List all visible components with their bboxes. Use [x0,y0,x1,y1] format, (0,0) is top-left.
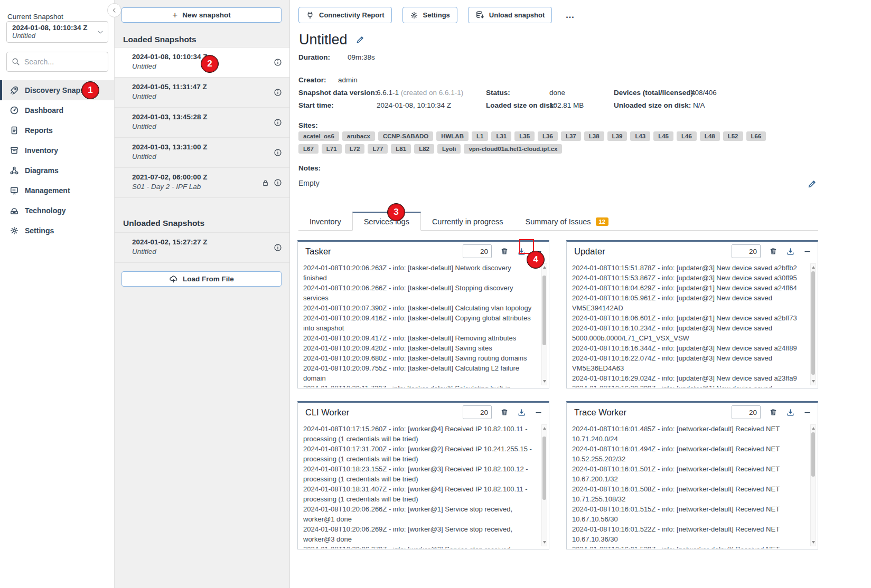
sidebar-item-label: Technology [25,206,66,215]
log-line: 2024-01-08T10:20:09.680Z - info: [tasker… [303,353,535,363]
site-tag: CCNP-SABADO [378,131,433,141]
network-nodes-icon [10,166,19,175]
trash-icon[interactable] [500,408,509,416]
scroll-down-icon[interactable] [543,380,546,383]
log-line: 2024-01-08T10:20:09.417Z - info: [tasker… [303,333,535,343]
log-line: 2024-01-08T10:16:01.515Z - info: [networ… [572,504,804,524]
trash-icon[interactable] [769,247,778,255]
log-line: 2024-01-08T10:15:53.867Z - info: [update… [572,273,804,283]
log-line: 2024-01-08T10:20:09.420Z - info: [tasker… [303,343,535,353]
gear-icon [10,226,19,235]
log-count-input[interactable] [463,244,492,258]
site-tag: L43 [630,131,650,141]
log-panel-cli-worker: CLI Worker 2024-01-08T10:17:15.260Z - in… [297,401,549,549]
download-log-icon[interactable] [786,247,795,256]
log-count-input[interactable] [732,244,761,258]
devices-value: 408/406 [691,89,717,97]
chevron-down-icon [97,29,104,36]
snapshot-name: Untitled [132,122,282,130]
lock-icon [261,179,269,187]
settings-button[interactable]: Settings [402,7,457,23]
info-icon[interactable] [274,243,282,252]
log-count-input[interactable] [463,405,492,419]
new-snapshot-label: New snapshot [182,11,231,19]
snapshot-item[interactable]: 2024-01-02, 15:27:27 Z Untitled [115,233,289,263]
site-tag: arubacx [342,131,375,141]
info-icon[interactable] [274,58,282,67]
current-snapshot-dropdown[interactable]: 2024-01-08, 10:10:34 Z Untitled [6,21,108,43]
sidebar-item-technology[interactable]: Technology [0,201,114,221]
sidebar-item-label: Inventory [25,146,58,155]
issues-count-badge: 12 [596,217,608,226]
scrollbar-thumb[interactable] [542,437,546,500]
sidebar-item-reports[interactable]: Reports [0,120,114,140]
connectivity-report-label: Connectivity Report [319,11,385,19]
scroll-up-icon[interactable] [812,266,815,269]
tab-inventory[interactable]: Inventory [298,213,352,230]
snapshot-item[interactable]: 2024-01-03, 13:31:00 Z Untitled [115,138,289,168]
tab-summary-of-issues[interactable]: Summary of Issues 12 [514,213,619,230]
scroll-up-icon[interactable] [543,427,546,430]
snapshot-panel: + New snapshot Loaded Snapshots 2024-01-… [115,0,290,588]
log-line: 2024-01-08T10:16:10.234Z - info: [update… [572,323,804,343]
log-line: 2024-01-08T10:16:22.074Z - info: [update… [572,353,804,373]
log-line: 2024-01-08T10:15:51.878Z - info: [update… [572,263,804,273]
info-icon[interactable] [274,88,282,97]
search-input[interactable] [24,58,120,66]
scrollbar-thumb[interactable] [811,432,815,477]
more-options-button[interactable]: ... [563,11,577,20]
snapshot-date: 2024-01-05, 11:31:47 Z [132,83,282,91]
snapshot-item[interactable]: 2024-01-03, 13:45:28 Z Untitled [115,108,289,138]
trash-icon[interactable] [769,408,778,416]
scroll-up-icon[interactable] [812,427,815,430]
info-icon[interactable] [274,148,282,157]
scrollbar-thumb[interactable] [811,271,815,375]
site-tag: L31 [491,131,511,141]
connectivity-report-button[interactable]: Connectivity Report [298,7,392,23]
scroll-down-icon[interactable] [812,541,815,544]
collapse-log-icon[interactable] [535,409,542,416]
info-icon[interactable] [274,118,282,127]
download-log-icon[interactable] [517,408,526,417]
download-log-icon[interactable] [786,408,795,417]
edit-title-button[interactable] [355,35,364,44]
panel-title: CLI Worker [305,407,463,418]
sidebar-item-dashboard[interactable]: Dashboard [0,100,114,120]
start-time-label: Start time: [298,101,334,109]
status-label: Status: [486,89,510,97]
tab-currently-in-progress[interactable]: Currently in progress [421,213,514,230]
collapse-log-icon[interactable] [803,409,811,416]
trash-icon[interactable] [500,247,509,255]
snapshot-item[interactable]: 2021-07-02, 06:00:00 Z S01 - Day 2 - IPF… [115,168,289,198]
log-line: 2024-01-08T10:20:07.390Z - info: [tasker… [303,303,535,313]
snapshot-item[interactable]: 2024-01-05, 11:31:47 Z Untitled [115,78,289,108]
unload-snapshot-button[interactable]: Unload snapshot [468,7,552,23]
info-icon[interactable] [274,178,282,187]
tab-services-logs[interactable]: Services logs [352,212,421,231]
collapse-log-icon[interactable] [803,248,811,255]
edit-notes-button[interactable] [807,179,817,189]
log-line: 2024-01-08T10:20:06.266Z - info: [tasker… [303,283,535,303]
sidebar-item-settings[interactable]: Settings [0,221,114,241]
toolbar: Connectivity Report Settings Unload snap… [298,7,578,23]
new-snapshot-button[interactable]: + New snapshot [121,7,282,23]
load-from-file-button[interactable]: Load From File [121,271,282,287]
scroll-up-icon[interactable] [543,266,546,269]
site-tag: L38 [584,131,604,141]
site-tag: acatel_os6 [298,131,339,141]
pencil-icon [807,179,817,189]
sidebar-item-inventory[interactable]: Inventory [0,140,114,160]
sidebar-item-diagrams[interactable]: Diagrams [0,160,114,181]
sidebar-item-label: Diagrams [25,166,59,175]
devices-label: Devices (total/licensed): [614,89,696,97]
plug-icon [306,11,314,20]
scroll-down-icon[interactable] [812,380,815,383]
scrollbar-thumb[interactable] [542,276,546,345]
scroll-down-icon[interactable] [543,541,546,544]
snapshot-name: Untitled [132,92,282,100]
site-tag: L67 [298,144,319,154]
site-tag: L35 [514,131,535,141]
sidebar-item-management[interactable]: Management [0,181,114,201]
collapse-panel-button[interactable] [107,3,121,17]
log-count-input[interactable] [732,405,761,419]
